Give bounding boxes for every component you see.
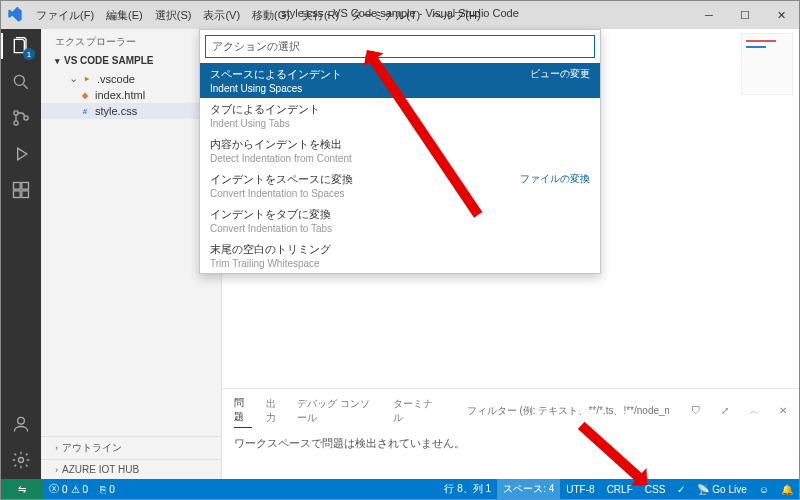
- panel-message: ワークスペースで問題は検出されていません。: [222, 428, 799, 459]
- panel-tab-terminal[interactable]: ターミナル: [393, 394, 437, 428]
- menu-file[interactable]: ファイル(F): [31, 5, 99, 26]
- sidebar-title: エクスプローラー: [41, 29, 221, 53]
- svg-point-9: [19, 458, 24, 463]
- sidebar-azure[interactable]: AZURE IOT HUB: [41, 459, 221, 479]
- status-errors[interactable]: ⓧ 0 ⚠ 0: [43, 479, 94, 499]
- menu-edit[interactable]: 編集(E): [101, 5, 148, 26]
- svg-point-1: [14, 111, 18, 115]
- title-bar: ファイル(F) 編集(E) 選択(S) 表示(V) 移動(G) 実行(R) ター…: [1, 1, 799, 29]
- status-lang[interactable]: CSS: [639, 479, 672, 499]
- sidebar-item-label: .vscode: [97, 73, 135, 85]
- vscode-icon: [7, 7, 23, 23]
- account-icon[interactable]: [10, 413, 32, 435]
- qp-convert-tabs[interactable]: インデントをタブに変換Convert Indentation to Tabs: [200, 203, 600, 238]
- sidebar-item-label: style.css: [95, 105, 137, 117]
- explorer-badge: 1: [23, 48, 35, 60]
- extensions-icon[interactable]: [10, 179, 32, 201]
- css-icon: #: [79, 105, 91, 117]
- status-bar: ⇋ ⓧ 0 ⚠ 0 ⎘ 0 行 8、列 1 スペース: 4 UTF-8 CRLF…: [1, 479, 799, 499]
- activity-bar: 1: [1, 29, 41, 479]
- sidebar-item-label: index.html: [95, 89, 145, 101]
- sidebar-item-style[interactable]: #style.css: [41, 103, 221, 119]
- qp-convert-spaces[interactable]: インデントをスペースに変換Convert Indentation to Spac…: [200, 168, 600, 203]
- status-golive[interactable]: 📡 Go Live: [691, 479, 752, 499]
- filter-icon[interactable]: ⛉: [691, 405, 701, 416]
- search-icon[interactable]: [10, 71, 32, 93]
- status-encoding[interactable]: UTF-8: [560, 479, 600, 499]
- folder-icon: ▸: [81, 73, 93, 85]
- sidebar-item-vscode[interactable]: ▸.vscode: [41, 70, 221, 87]
- chevron-up-icon[interactable]: ︿: [749, 404, 759, 418]
- svg-rect-7: [22, 183, 29, 190]
- menu-view[interactable]: 表示(V): [198, 5, 245, 26]
- svg-rect-4: [14, 183, 21, 190]
- close-icon[interactable]: ✕: [779, 405, 787, 416]
- qp-indent-tabs[interactable]: タブによるインデントIndent Using Tabs: [200, 98, 600, 133]
- html-icon: ◆: [79, 89, 91, 101]
- svg-point-0: [14, 75, 24, 85]
- panel-tab-debug[interactable]: デバッグ コンソール: [297, 394, 379, 428]
- qp-detect-indent[interactable]: 内容からインデントを検出Detect Indentation from Cont…: [200, 133, 600, 168]
- quick-pick-input[interactable]: アクションの選択: [205, 35, 595, 58]
- status-bell[interactable]: 🔔: [775, 479, 799, 499]
- qp-badge-file: ファイルの変換: [520, 172, 590, 186]
- status-eol[interactable]: CRLF: [601, 479, 639, 499]
- qp-trim-ws[interactable]: 末尾の空白のトリミングTrim Trailing Whitespace: [200, 238, 600, 273]
- panel-filter-input[interactable]: [465, 404, 671, 417]
- minimap[interactable]: [741, 33, 793, 95]
- status-port[interactable]: ⎘ 0: [94, 479, 121, 499]
- window-title: style.css - VS Code sample - Visual Stud…: [281, 7, 519, 19]
- menu-selection[interactable]: 選択(S): [150, 5, 197, 26]
- window-maximize[interactable]: ☐: [727, 1, 763, 29]
- status-spaces[interactable]: スペース: 4: [497, 479, 560, 499]
- qp-indent-spaces[interactable]: スペースによるインデントIndent Using Spaces ビューの変更: [200, 63, 600, 98]
- sidebar-root[interactable]: VS CODE SAMPLE: [41, 53, 221, 68]
- panel-maximize-icon[interactable]: ⤢: [721, 405, 729, 416]
- panel-tab-output[interactable]: 出力: [266, 394, 284, 428]
- explorer-icon[interactable]: 1: [10, 35, 32, 57]
- debug-icon[interactable]: [10, 143, 32, 165]
- panel-tab-problems[interactable]: 問題: [234, 393, 252, 428]
- scm-icon[interactable]: [10, 107, 32, 129]
- svg-rect-6: [22, 191, 29, 198]
- sidebar-item-index[interactable]: ◆index.html: [41, 87, 221, 103]
- status-check[interactable]: ✓: [671, 479, 691, 499]
- svg-rect-5: [14, 191, 21, 198]
- svg-point-2: [14, 121, 18, 125]
- window-minimize[interactable]: ─: [691, 1, 727, 29]
- svg-point-8: [18, 417, 25, 424]
- quick-pick: アクションの選択 スペースによるインデントIndent Using Spaces…: [199, 29, 601, 274]
- status-remote[interactable]: ⇋: [1, 479, 43, 499]
- window-close[interactable]: ✕: [763, 1, 799, 29]
- panel: 問題 出力 デバッグ コンソール ターミナル ⛉ ⤢ ︿ ✕ ワークスペースで問…: [222, 388, 799, 479]
- sidebar-outline[interactable]: アウトライン: [41, 436, 221, 459]
- sidebar: エクスプローラー VS CODE SAMPLE ▸.vscode ◆index.…: [41, 29, 222, 479]
- gear-icon[interactable]: [10, 449, 32, 471]
- qp-badge-view: ビューの変更: [530, 67, 590, 81]
- status-feedback[interactable]: ☺: [753, 479, 775, 499]
- status-line[interactable]: 行 8、列 1: [438, 479, 497, 499]
